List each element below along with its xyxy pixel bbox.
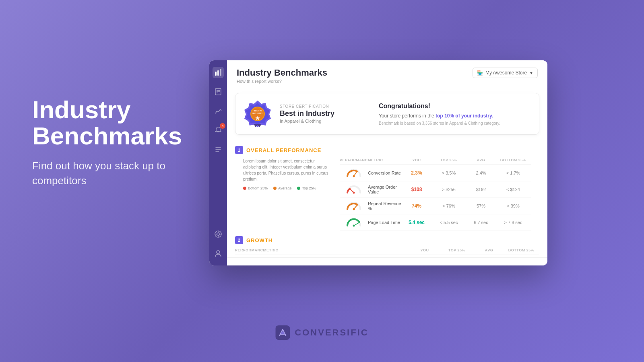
col-top25: TOP 25%	[439, 248, 475, 252]
metric-avg: 57%	[467, 204, 495, 208]
table-row: Repeat Revenue % 74% > 76% 57% < 39%	[340, 198, 531, 214]
section-desc: Lorem ipsum dolor sit amet, consectetur …	[243, 158, 332, 182]
metric-top25: > 76%	[431, 204, 467, 208]
svg-point-14	[217, 233, 219, 235]
certification-card: BEST IN INDUSTRY STORE CERTIFICATION Bes…	[235, 93, 539, 135]
metric-avg: 6.7 sec	[467, 220, 495, 225]
growth-title: GROWTH	[246, 237, 272, 243]
svg-point-32	[353, 208, 355, 210]
metric-name: Conversion Rate	[368, 171, 402, 175]
cert-title: Best in Industry	[280, 109, 356, 118]
content-area: Lorem ipsum dolor sit amet, consectetur …	[235, 158, 539, 231]
svg-text:BEST IN: BEST IN	[254, 109, 262, 112]
hero-section: Industry Benchmarks Find out how you sta…	[32, 97, 213, 188]
main-content: Industry Benchmarks How this report work…	[227, 60, 547, 265]
svg-point-30	[353, 192, 355, 194]
brand-footer: CONVERSIFIC	[275, 325, 368, 340]
legend-top: Top 25%	[297, 186, 316, 190]
chevron-down-icon: ▼	[529, 71, 533, 75]
perf-table-header: PERFORMANCE METRIC YOU TOP 25% AVG BOTTO…	[340, 158, 531, 165]
metric-avg: 2.4%	[467, 171, 495, 175]
cert-category: In Apparel & Clothing	[280, 119, 356, 123]
cert-note: Benchmark is based on 3,356 stores in Ap…	[379, 121, 531, 125]
growth-section: 2 GROWTH	[227, 231, 547, 247]
cert-congrats: Congratulations! Your store performs in …	[372, 103, 531, 125]
col-performance: PERFORMANCE	[340, 158, 368, 162]
col-you: YOU	[411, 248, 439, 252]
svg-point-19	[217, 251, 220, 254]
gauge-aov	[340, 185, 368, 194]
growth-number: 2	[235, 236, 243, 244]
metric-you: $108	[402, 187, 431, 192]
metric-you: 2.3%	[402, 170, 431, 176]
gauge-repeat	[340, 201, 368, 211]
section-number: 1	[235, 146, 243, 154]
cert-divider	[364, 102, 364, 126]
metric-top25: > 3.5%	[431, 171, 467, 175]
col-you: YOU	[402, 158, 431, 162]
hero-title: Industry Benchmarks	[32, 97, 213, 149]
certification-badge-icon: BEST IN INDUSTRY	[244, 100, 272, 128]
svg-text:INDUSTRY: INDUSTRY	[252, 112, 263, 115]
page-title: Industry Benchmarks	[237, 68, 327, 78]
col-bottom25: BOTTOM 25%	[503, 248, 539, 252]
col-top25: TOP 25%	[431, 158, 467, 162]
growth-table-header: PERFORMANCE METRIC YOU TOP 25% AVG BOTTO…	[235, 248, 539, 255]
left-col: Lorem ipsum dolor sit amet, consectetur …	[243, 158, 332, 231]
sidebar-item-analytics[interactable]	[213, 105, 224, 117]
sidebar-item-notifications[interactable]: 3	[213, 125, 224, 136]
col-avg: AVG	[475, 248, 503, 252]
app-header: Industry Benchmarks How this report work…	[227, 60, 547, 87]
section-header: 1 OVERALL PERFORMANCE	[235, 146, 539, 154]
notification-badge: 3	[220, 123, 225, 129]
app-window: 3	[209, 60, 547, 265]
legend-bottom: Bottom 25%	[243, 186, 268, 190]
svg-point-34	[353, 225, 355, 227]
cert-info: STORE CERTIFICATION Best in Industry In …	[280, 104, 356, 123]
legend-avg: Average	[273, 186, 291, 190]
metric-bottom25: > 7.8 sec	[495, 220, 531, 225]
col-metric: METRIC	[263, 248, 411, 252]
sidebar-item-user[interactable]	[213, 248, 224, 259]
brand-name: CONVERSIFIC	[295, 327, 368, 338]
legend-dot-bottom	[243, 187, 246, 190]
store-selector-label: My Awesome Store	[485, 70, 527, 76]
sidebar: 3	[209, 60, 227, 265]
metric-name: Page Load Time	[368, 220, 402, 225]
hero-subtitle: Find out how you stack up to competitors	[32, 158, 213, 188]
col-performance: PERFORMANCE	[235, 248, 263, 252]
metric-name: Average Order Value	[368, 185, 402, 194]
sidebar-item-chart[interactable]	[213, 67, 224, 78]
cert-label: STORE CERTIFICATION	[280, 104, 356, 109]
metric-top25: < 5.5 sec	[431, 220, 467, 225]
overall-performance-section: 1 OVERALL PERFORMANCE Lorem ipsum dolor …	[227, 140, 547, 231]
cert-congrats-title: Congratulations!	[379, 103, 531, 110]
sidebar-item-share[interactable]	[213, 228, 224, 240]
col-metric: METRIC	[368, 158, 402, 162]
section-title: OVERALL PERFORMANCE	[246, 147, 321, 153]
metric-bottom25: < $124	[495, 187, 531, 192]
gauge-conversion	[340, 168, 368, 178]
table-row: Conversion Rate 2.3% > 3.5% 2.4% < 1.7%	[340, 165, 531, 181]
legend-dot-top	[297, 187, 300, 190]
right-col: PERFORMANCE METRIC YOU TOP 25% AVG BOTTO…	[340, 158, 531, 231]
sidebar-item-document[interactable]	[213, 86, 224, 97]
svg-rect-4	[220, 69, 221, 76]
growth-table-header-row: PERFORMANCE METRIC YOU TOP 25% AVG BOTTO…	[227, 247, 547, 258]
gauge-load	[340, 218, 368, 227]
metric-name: Repeat Revenue %	[368, 201, 402, 211]
sidebar-item-list[interactable]	[213, 144, 224, 155]
header-left: Industry Benchmarks How this report work…	[237, 68, 327, 84]
table-row: Page Load Time 5.4 sec < 5.5 sec 6.7 sec…	[340, 214, 531, 231]
legend-dot-avg	[273, 187, 277, 190]
col-bottom25: BOTTOM 25%	[495, 158, 531, 162]
svg-rect-2	[215, 72, 217, 76]
page-subtitle[interactable]: How this report works?	[237, 79, 327, 84]
cert-congrats-text: Your store performs in the top 10% of yo…	[379, 112, 531, 119]
brand-logo-icon	[275, 325, 290, 340]
legend: Bottom 25% Average Top 25%	[243, 186, 332, 190]
store-selector-icon: 🏪	[477, 70, 483, 76]
store-selector[interactable]: 🏪 My Awesome Store ▼	[473, 68, 538, 78]
metric-avg: $192	[467, 187, 495, 192]
metric-top25: > $256	[431, 187, 467, 192]
